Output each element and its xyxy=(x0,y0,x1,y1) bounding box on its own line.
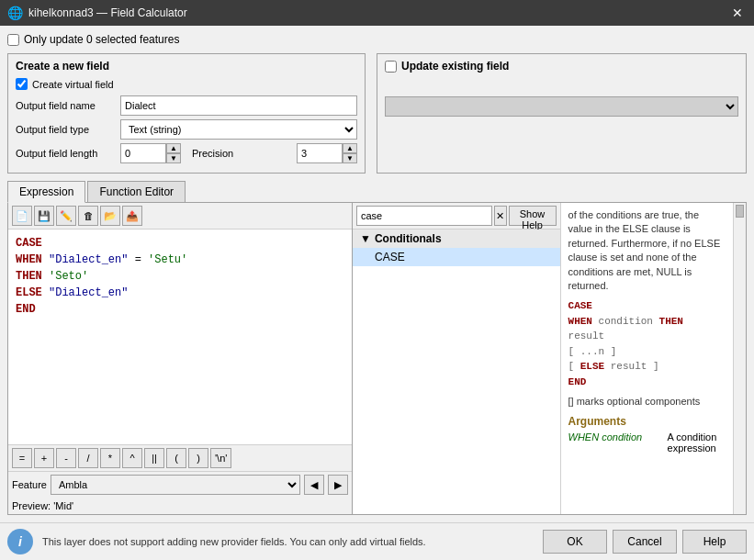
info-icon: i xyxy=(7,529,33,554)
output-field-type-row: Output field type Text (string) xyxy=(16,119,357,140)
update-existing-select[interactable] xyxy=(385,96,738,117)
length-up-button[interactable]: ▲ xyxy=(166,143,181,153)
right-panel: ✕ Show Help ▼ Conditionals CASE of the c… xyxy=(353,203,746,514)
bottom-bar: i This layer does not support adding new… xyxy=(0,522,754,560)
op-open-paren[interactable]: ( xyxy=(166,448,186,468)
output-field-name-input[interactable] xyxy=(120,95,357,116)
precision-input[interactable] xyxy=(297,143,343,163)
help-button[interactable]: Help xyxy=(682,530,747,554)
editor-section: 📄 💾 ✏️ 🗑 📂 📤 CASE WHEN "Dialect_en" = 'S… xyxy=(7,203,747,515)
code-line-4: ELSE "Dialect_en" xyxy=(16,285,344,301)
output-field-length-label: Output field length xyxy=(16,148,117,159)
action-buttons: OK Cancel Help xyxy=(543,530,747,554)
help-optional-note: [] marks optional components xyxy=(568,395,726,409)
load-expression-button[interactable]: 📂 xyxy=(100,206,120,226)
feature-next-button[interactable]: ▶ xyxy=(328,475,348,495)
code-line-1: CASE xyxy=(16,235,344,252)
feature-label: Feature xyxy=(12,479,47,490)
search-tree-panel: ✕ Show Help ▼ Conditionals CASE xyxy=(353,203,561,514)
close-button[interactable]: ✕ xyxy=(728,6,747,20)
title-bar: 🌐 kihelkonnad3 — Field Calculator ✕ xyxy=(0,0,754,26)
virtual-field-row: Create virtual field xyxy=(16,78,357,90)
function-tree: ▼ Conditionals CASE xyxy=(353,230,560,514)
help-scrollbar[interactable] xyxy=(733,203,746,514)
op-concat[interactable]: || xyxy=(144,448,164,468)
new-expression-button[interactable]: 📄 xyxy=(12,206,32,226)
output-field-type-label: Output field type xyxy=(16,124,117,135)
info-text: This layer does not support adding new p… xyxy=(42,536,543,547)
code-editor[interactable]: CASE WHEN "Dialect_en" = 'Setu' THEN 'Se… xyxy=(8,230,352,444)
op-divide[interactable]: / xyxy=(78,448,98,468)
help-arguments-title: Arguments xyxy=(568,415,726,428)
help-code-when: WHEN condition THEN result xyxy=(568,314,726,344)
tree-group-conditionals[interactable]: ▼ Conditionals xyxy=(353,230,560,248)
create-new-field-title: Create a new field xyxy=(16,60,357,73)
help-intro-text: of the conditions are true, the value in… xyxy=(568,208,726,293)
tab-function-editor[interactable]: Function Editor xyxy=(87,181,186,202)
main-content: Only update 0 selected features Create a… xyxy=(0,26,754,522)
feature-select[interactable]: Ambla xyxy=(51,475,300,495)
precision-spinner: ▲ ▼ xyxy=(297,143,357,163)
delete-expression-button[interactable]: 🗑 xyxy=(78,206,98,226)
only-update-checkbox[interactable] xyxy=(7,34,19,46)
preview-label: Preview: xyxy=(12,500,51,511)
preview-value: 'Mid' xyxy=(53,500,73,511)
show-help-button[interactable]: Show Help xyxy=(509,206,557,226)
precision-label: Precision xyxy=(192,148,293,159)
length-down-button[interactable]: ▼ xyxy=(166,153,181,163)
precision-down-button[interactable]: ▼ xyxy=(343,153,357,163)
update-existing-field-title: Update existing field xyxy=(385,60,738,73)
search-input[interactable] xyxy=(356,206,492,226)
output-field-name-row: Output field name xyxy=(16,95,357,116)
edit-expression-button[interactable]: ✏️ xyxy=(56,206,76,226)
ok-button[interactable]: OK xyxy=(543,530,607,554)
update-existing-checkbox[interactable] xyxy=(385,61,397,73)
save-expression-button[interactable]: 💾 xyxy=(34,206,54,226)
top-section: Create a new field Create virtual field … xyxy=(7,53,747,174)
search-clear-button[interactable]: ✕ xyxy=(494,206,507,226)
op-multiply[interactable]: * xyxy=(100,448,120,468)
arg-desc: A condition expression xyxy=(668,431,726,454)
op-equals[interactable]: = xyxy=(12,448,32,468)
op-newline[interactable]: '\n' xyxy=(210,448,231,468)
only-update-label: Only update 0 selected features xyxy=(24,33,179,46)
op-plus[interactable]: + xyxy=(34,448,54,468)
output-field-name-label: Output field name xyxy=(16,100,117,111)
app-icon: 🌐 xyxy=(7,6,23,20)
arg-name: WHEN condition xyxy=(568,431,660,454)
code-line-2: WHEN "Dialect_en" = 'Setu' xyxy=(16,252,344,268)
code-line-5: END xyxy=(16,301,344,318)
top-checkbox-row: Only update 0 selected features xyxy=(7,33,747,46)
op-minus[interactable]: - xyxy=(56,448,76,468)
search-row: ✕ Show Help xyxy=(353,203,560,230)
virtual-field-label: Create virtual field xyxy=(32,79,114,90)
length-spinner: ▲ ▼ xyxy=(120,143,181,163)
virtual-field-checkbox[interactable] xyxy=(16,78,28,90)
operator-bar: = + - / * ^ || ( ) '\n' xyxy=(8,444,352,471)
feature-row: Feature Ambla ◀ ▶ xyxy=(8,471,352,498)
help-panel: of the conditions are true, the value in… xyxy=(561,203,733,514)
feature-prev-button[interactable]: ◀ xyxy=(304,475,324,495)
tabs-row: Expression Function Editor xyxy=(7,181,747,203)
precision-up-button[interactable]: ▲ xyxy=(343,143,357,153)
group-arrow-icon: ▼ xyxy=(360,232,371,245)
help-arg-row: WHEN condition A condition expression xyxy=(568,431,726,454)
help-code-case: CASE xyxy=(568,298,726,314)
expression-panel: 📄 💾 ✏️ 🗑 📂 📤 CASE WHEN "Dialect_en" = 'S… xyxy=(8,203,353,514)
update-existing-field-panel: Update existing field xyxy=(377,53,747,174)
cancel-button[interactable]: Cancel xyxy=(613,530,677,554)
help-code-optional1: [ ...n ] xyxy=(568,344,726,360)
tree-item-case[interactable]: CASE xyxy=(353,248,560,266)
help-code-block: CASE WHEN condition THEN result [ ...n ]… xyxy=(568,298,726,389)
op-close-paren[interactable]: ) xyxy=(188,448,208,468)
tab-expression[interactable]: Expression xyxy=(7,181,85,203)
preview-row: Preview: 'Mid' xyxy=(8,498,352,514)
expression-toolbar: 📄 💾 ✏️ 🗑 📂 📤 xyxy=(8,203,352,230)
length-input[interactable] xyxy=(120,143,166,163)
output-field-type-select[interactable]: Text (string) xyxy=(120,119,357,140)
output-field-length-row: Output field length ▲ ▼ Precision ▲ ▼ xyxy=(16,143,357,163)
export-expression-button[interactable]: 📤 xyxy=(122,206,142,226)
create-new-field-panel: Create a new field Create virtual field … xyxy=(7,53,366,174)
op-power[interactable]: ^ xyxy=(122,448,142,468)
code-line-3: THEN 'Seto' xyxy=(16,268,344,285)
